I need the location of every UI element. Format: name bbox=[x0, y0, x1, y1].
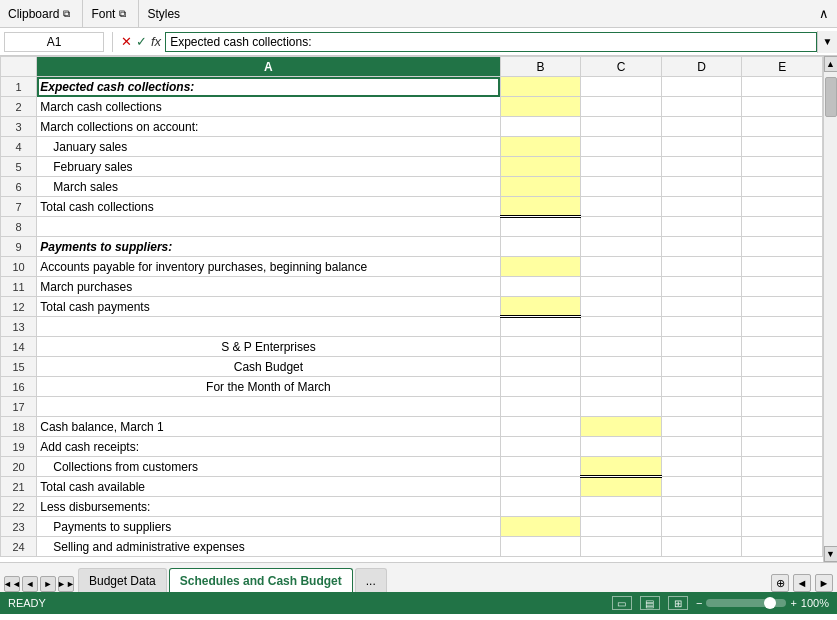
cell-e21[interactable] bbox=[742, 477, 823, 497]
cell-b23[interactable] bbox=[500, 517, 581, 537]
cell-d9[interactable] bbox=[661, 237, 742, 257]
scrollbar-track[interactable] bbox=[824, 72, 838, 546]
cell-e23[interactable] bbox=[742, 517, 823, 537]
clipboard-expand-icon[interactable]: ⧉ bbox=[63, 8, 70, 20]
zoom-track[interactable] bbox=[706, 599, 786, 607]
cell-c24[interactable] bbox=[581, 537, 662, 557]
cell-c11[interactable] bbox=[581, 277, 662, 297]
cell-d8[interactable] bbox=[661, 217, 742, 237]
cell-a17[interactable] bbox=[37, 397, 500, 417]
cell-d14[interactable] bbox=[661, 337, 742, 357]
col-header-b[interactable]: B bbox=[500, 57, 581, 77]
cell-a2[interactable]: March cash collections bbox=[37, 97, 500, 117]
cell-reference-box[interactable] bbox=[4, 32, 104, 52]
cell-e1[interactable] bbox=[742, 77, 823, 97]
cell-b16[interactable] bbox=[500, 377, 581, 397]
cell-d21[interactable] bbox=[661, 477, 742, 497]
cell-c17[interactable] bbox=[581, 397, 662, 417]
cell-b8[interactable] bbox=[500, 217, 581, 237]
cell-c6[interactable] bbox=[581, 177, 662, 197]
cell-c5[interactable] bbox=[581, 157, 662, 177]
collapse-icon[interactable]: ∧ bbox=[811, 6, 837, 21]
cell-e11[interactable] bbox=[742, 277, 823, 297]
cell-b7[interactable] bbox=[500, 197, 581, 217]
cell-b20[interactable] bbox=[500, 457, 581, 477]
cell-b9[interactable] bbox=[500, 237, 581, 257]
confirm-icon[interactable]: ✓ bbox=[136, 34, 147, 49]
cell-c7[interactable] bbox=[581, 197, 662, 217]
cell-c3[interactable] bbox=[581, 117, 662, 137]
tab-nav-prev-btn[interactable]: ◄ bbox=[22, 576, 38, 592]
cell-a15[interactable]: Cash Budget bbox=[37, 357, 500, 377]
new-sheet-btn[interactable]: ⊕ bbox=[771, 574, 789, 592]
cell-c21[interactable] bbox=[581, 477, 662, 497]
cell-e24[interactable] bbox=[742, 537, 823, 557]
cell-e22[interactable] bbox=[742, 497, 823, 517]
cell-e19[interactable] bbox=[742, 437, 823, 457]
cell-e5[interactable] bbox=[742, 157, 823, 177]
cell-c2[interactable] bbox=[581, 97, 662, 117]
cell-e9[interactable] bbox=[742, 237, 823, 257]
cell-d24[interactable] bbox=[661, 537, 742, 557]
page-break-btn[interactable]: ⊞ bbox=[668, 596, 688, 610]
cell-a7[interactable]: Total cash collections bbox=[37, 197, 500, 217]
col-header-c[interactable]: C bbox=[581, 57, 662, 77]
cell-d20[interactable] bbox=[661, 457, 742, 477]
cell-c18[interactable] bbox=[581, 417, 662, 437]
scrollbar-thumb[interactable] bbox=[825, 77, 837, 117]
cell-d1[interactable] bbox=[661, 77, 742, 97]
cell-c10[interactable] bbox=[581, 257, 662, 277]
cell-a5[interactable]: February sales bbox=[37, 157, 500, 177]
cell-c15[interactable] bbox=[581, 357, 662, 377]
cell-e16[interactable] bbox=[742, 377, 823, 397]
font-expand-icon[interactable]: ⧉ bbox=[119, 8, 126, 20]
cell-b17[interactable] bbox=[500, 397, 581, 417]
scroll-left-btn[interactable]: ◄ bbox=[793, 574, 811, 592]
cell-a8[interactable] bbox=[37, 217, 500, 237]
cell-d17[interactable] bbox=[661, 397, 742, 417]
cell-d18[interactable] bbox=[661, 417, 742, 437]
cell-e15[interactable] bbox=[742, 357, 823, 377]
cell-e2[interactable] bbox=[742, 97, 823, 117]
cell-c23[interactable] bbox=[581, 517, 662, 537]
zoom-out-btn[interactable]: − bbox=[696, 597, 702, 609]
cell-b21[interactable] bbox=[500, 477, 581, 497]
cell-c20[interactable] bbox=[581, 457, 662, 477]
cell-b5[interactable] bbox=[500, 157, 581, 177]
cell-a24[interactable]: Selling and administrative expenses bbox=[37, 537, 500, 557]
tab-budget-data[interactable]: Budget Data bbox=[78, 568, 167, 592]
cell-e20[interactable] bbox=[742, 457, 823, 477]
scroll-down-btn[interactable]: ▼ bbox=[824, 546, 838, 562]
scroll-up-btn[interactable]: ▲ bbox=[824, 56, 838, 72]
cell-b22[interactable] bbox=[500, 497, 581, 517]
cell-a18[interactable]: Cash balance, March 1 bbox=[37, 417, 500, 437]
cell-c13[interactable] bbox=[581, 317, 662, 337]
cell-c22[interactable] bbox=[581, 497, 662, 517]
cell-a13[interactable] bbox=[37, 317, 500, 337]
tab-nav-next-btn[interactable]: ► bbox=[40, 576, 56, 592]
cell-c16[interactable] bbox=[581, 377, 662, 397]
cell-b14[interactable] bbox=[500, 337, 581, 357]
cell-d3[interactable] bbox=[661, 117, 742, 137]
cell-a1[interactable]: Expected cash collections: bbox=[37, 77, 500, 97]
cell-d6[interactable] bbox=[661, 177, 742, 197]
cell-a22[interactable]: Less disbursements: bbox=[37, 497, 500, 517]
cell-b10[interactable] bbox=[500, 257, 581, 277]
cell-b24[interactable] bbox=[500, 537, 581, 557]
cell-b2[interactable] bbox=[500, 97, 581, 117]
cell-a19[interactable]: Add cash receipts: bbox=[37, 437, 500, 457]
cell-d7[interactable] bbox=[661, 197, 742, 217]
cell-d23[interactable] bbox=[661, 517, 742, 537]
cell-a6[interactable]: March sales bbox=[37, 177, 500, 197]
cell-d12[interactable] bbox=[661, 297, 742, 317]
col-header-a[interactable]: A bbox=[37, 57, 500, 77]
cell-c14[interactable] bbox=[581, 337, 662, 357]
cell-a20[interactable]: Collections from customers bbox=[37, 457, 500, 477]
cell-e13[interactable] bbox=[742, 317, 823, 337]
cell-d11[interactable] bbox=[661, 277, 742, 297]
cell-e3[interactable] bbox=[742, 117, 823, 137]
cell-c9[interactable] bbox=[581, 237, 662, 257]
cell-d16[interactable] bbox=[661, 377, 742, 397]
formula-dropdown-btn[interactable]: ▼ bbox=[817, 31, 837, 53]
cell-e4[interactable] bbox=[742, 137, 823, 157]
